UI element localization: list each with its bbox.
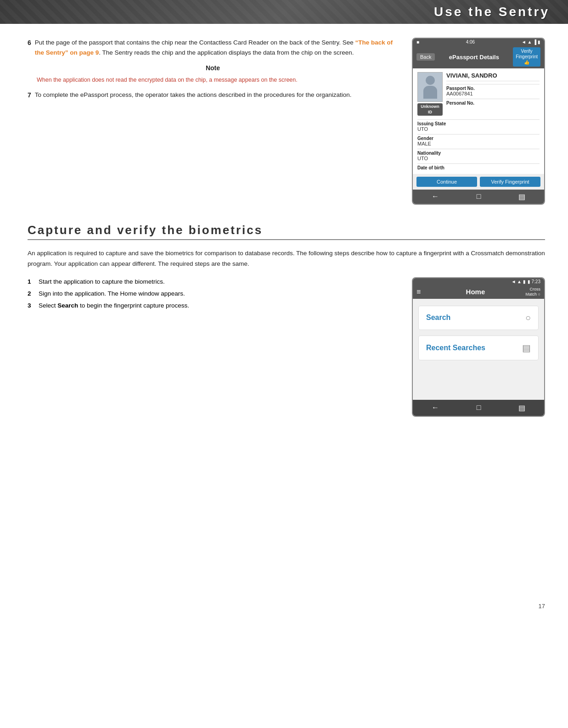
search-menu-label: Search <box>426 314 450 322</box>
unknown-id-badge: UnknownID <box>417 103 443 116</box>
bottom-recent-icon[interactable]: ▤ <box>518 192 525 201</box>
step6-section: 6 Put the page of the passport that cont… <box>28 38 545 205</box>
section2-heading-wrapper: Capture and verify the biometrics <box>28 223 545 240</box>
home-bottom-back-icon[interactable]: ← <box>432 403 439 412</box>
main-content: 6 Put the page of the passport that cont… <box>0 24 568 619</box>
step6-paragraph: Put the page of the passport that contai… <box>35 38 398 57</box>
step1-row: 1 Start the application to capture the b… <box>28 277 398 286</box>
home-status-battery: ▮ 7:23 <box>528 279 540 284</box>
home-nav-bar: ≡ Home CrossMatch ○ <box>413 285 544 299</box>
home-bottom-recent-icon[interactable]: ▤ <box>518 403 525 412</box>
epassport-screen-title: ePassport Details <box>438 54 510 61</box>
photo-container: UnknownID <box>417 72 443 116</box>
epassport-nav-bar: Back ePassport Details VerifyFingerprint… <box>413 45 544 68</box>
section2-intro: An application is required to capture an… <box>28 248 545 269</box>
bottom-back-icon[interactable]: ← <box>432 192 439 201</box>
status-left: ■ <box>416 39 419 45</box>
field-value-personal-no <box>446 106 540 112</box>
continue-button[interactable]: Continue <box>416 177 477 187</box>
hamburger-icon[interactable]: ≡ <box>416 288 421 296</box>
passport-name-block: VIVIANI, SANDRO Passport No. AA0067841 P… <box>446 72 540 112</box>
crossmatch-logo: CrossMatch ○ <box>526 287 540 297</box>
field-value-passport-no: AA0067841 <box>446 91 540 97</box>
field-label-dob: Date of birth <box>417 163 540 170</box>
status-time: 4:06 <box>466 39 475 45</box>
step7-text: To complete the ePassport process, the o… <box>35 90 352 100</box>
page-number: 17 <box>539 603 545 610</box>
step3-row: 3 Select Search to begin the fingerprint… <box>28 301 398 310</box>
search-menu-item[interactable]: Search ○ <box>418 306 539 330</box>
field-value-issuing-state: UTO <box>417 126 540 133</box>
field-label-gender: Gender <box>417 134 540 141</box>
step6-text-block: 6 Put the page of the passport that cont… <box>28 38 398 205</box>
recent-searches-menu-item[interactable]: Recent Searches ▤ <box>418 336 539 360</box>
epassport-phone-mockup: ■ 4:06 ◄ ▲ ▐ ▮ Back ePassport Details Ve… <box>412 38 545 205</box>
step2-row: 2 Sign into the application. The Home wi… <box>28 289 398 298</box>
bottom-home-icon[interactable]: □ <box>477 192 481 201</box>
passport-body: UnknownID VIVIANI, SANDRO Passport No. A… <box>413 68 544 174</box>
note-text: When the application does not read the e… <box>28 75 398 84</box>
head-shape <box>426 76 435 85</box>
search-menu-icon: ○ <box>525 313 531 323</box>
step7-number: 7 <box>28 90 31 100</box>
verify-fp-button[interactable]: Verify Fingerprint <box>480 177 540 187</box>
steps123-section: 1 Start the application to capture the b… <box>28 277 545 417</box>
note-title: Note <box>28 63 398 73</box>
step6-number: 6 <box>28 38 31 57</box>
step6-inline: 6 Put the page of the passport that cont… <box>28 38 398 57</box>
recent-searches-label: Recent Searches <box>426 344 485 352</box>
search-bold: Search <box>57 302 78 309</box>
home-screen-title: Home <box>425 288 525 296</box>
passport-action-row: Continue Verify Fingerprint <box>413 174 544 190</box>
field-label-nationality: Nationality <box>417 149 540 156</box>
home-bottom-home-icon[interactable]: □ <box>477 403 481 412</box>
field-value-nationality: UTO <box>417 156 540 162</box>
field-value-gender: MALE <box>417 141 540 147</box>
back-button[interactable]: Back <box>416 53 435 61</box>
photo-silhouette <box>423 76 437 99</box>
step2-text: Sign into the application. The Home wind… <box>39 289 398 298</box>
steps123-text: 1 Start the application to capture the b… <box>28 277 398 417</box>
passport-top-row: UnknownID VIVIANI, SANDRO Passport No. A… <box>417 72 540 116</box>
step1-number: 1 <box>28 277 36 286</box>
home-status-icons: ◄ ▲ ▮ <box>511 279 525 284</box>
field-label-personal-no: Personal No. <box>446 99 540 106</box>
home-phone-mockup: ◄ ▲ ▮ ▮ 7:23 ≡ Home CrossMatch ○ Search … <box>412 277 545 417</box>
body-shape <box>423 86 437 99</box>
home-bottom-bar: ← □ ▤ <box>413 400 544 416</box>
recent-searches-icon: ▤ <box>522 342 531 353</box>
home-status-bar: ◄ ▲ ▮ ▮ 7:23 <box>413 278 544 285</box>
home-body: Search ○ Recent Searches ▤ <box>413 299 544 400</box>
status-icons: ◄ ▲ ▐ ▮ <box>522 39 540 45</box>
verify-fingerprint-btn[interactable]: VerifyFingerprint👍 <box>513 47 540 67</box>
step3-text: Select Search to begin the fingerprint c… <box>39 301 398 310</box>
note-block: Note When the application does not read … <box>28 63 398 84</box>
step3-number: 3 <box>28 301 36 310</box>
page-header: Use the Sentry <box>0 0 568 24</box>
bottom-spacer <box>28 417 545 600</box>
field-label-passport-no: Passport No. <box>446 84 540 91</box>
passport-name: VIVIANI, SANDRO <box>446 72 540 81</box>
step2-number: 2 <box>28 289 36 298</box>
step1-text: Start the application to capture the bio… <box>39 277 398 286</box>
section2-heading: Capture and verify the biometrics <box>28 223 545 237</box>
step7-row: 7 To complete the ePassport process, the… <box>28 90 398 100</box>
field-label-issuing-state: Issuing State <box>417 119 540 126</box>
page-title: Use the Sentry <box>434 5 550 19</box>
passport-photo <box>417 72 443 102</box>
epassport-bottom-bar: ← □ ▤ <box>413 190 544 204</box>
epassport-status-bar: ■ 4:06 ◄ ▲ ▐ ▮ <box>413 39 544 45</box>
